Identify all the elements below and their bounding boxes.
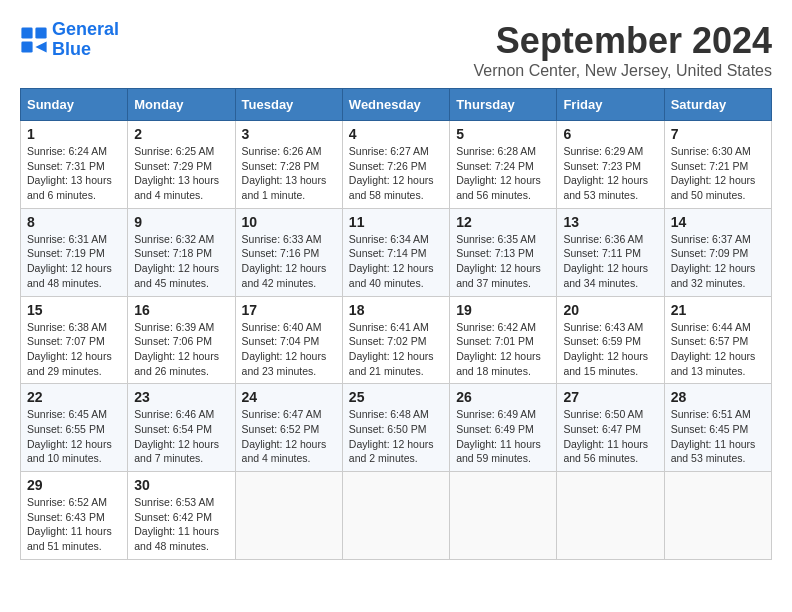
header: General Blue September 2024 Vernon Cente… — [20, 20, 772, 80]
table-row: 19Sunrise: 6:42 AMSunset: 7:01 PMDayligh… — [450, 296, 557, 384]
day-number: 1 — [27, 126, 121, 142]
table-row: 15Sunrise: 6:38 AMSunset: 7:07 PMDayligh… — [21, 296, 128, 384]
day-number: 26 — [456, 389, 550, 405]
table-row: 2Sunrise: 6:25 AMSunset: 7:29 PMDaylight… — [128, 121, 235, 209]
day-number: 4 — [349, 126, 443, 142]
day-number: 30 — [134, 477, 228, 493]
table-row: 21Sunrise: 6:44 AMSunset: 6:57 PMDayligh… — [664, 296, 771, 384]
day-number: 9 — [134, 214, 228, 230]
day-number: 16 — [134, 302, 228, 318]
table-row: 17Sunrise: 6:40 AMSunset: 7:04 PMDayligh… — [235, 296, 342, 384]
table-row: 7Sunrise: 6:30 AMSunset: 7:21 PMDaylight… — [664, 121, 771, 209]
table-row: 16Sunrise: 6:39 AMSunset: 7:06 PMDayligh… — [128, 296, 235, 384]
day-info: Sunrise: 6:45 AMSunset: 6:55 PMDaylight:… — [27, 407, 121, 466]
day-info: Sunrise: 6:50 AMSunset: 6:47 PMDaylight:… — [563, 407, 657, 466]
table-row: 3Sunrise: 6:26 AMSunset: 7:28 PMDaylight… — [235, 121, 342, 209]
col-saturday: Saturday — [664, 89, 771, 121]
svg-rect-1 — [35, 27, 46, 38]
day-info: Sunrise: 6:28 AMSunset: 7:24 PMDaylight:… — [456, 144, 550, 203]
day-number: 21 — [671, 302, 765, 318]
table-row — [235, 472, 342, 560]
day-number: 29 — [27, 477, 121, 493]
day-info: Sunrise: 6:51 AMSunset: 6:45 PMDaylight:… — [671, 407, 765, 466]
day-number: 5 — [456, 126, 550, 142]
calendar-table: Sunday Monday Tuesday Wednesday Thursday… — [20, 88, 772, 560]
calendar-week-row: 22Sunrise: 6:45 AMSunset: 6:55 PMDayligh… — [21, 384, 772, 472]
day-number: 13 — [563, 214, 657, 230]
table-row — [664, 472, 771, 560]
day-number: 10 — [242, 214, 336, 230]
day-number: 18 — [349, 302, 443, 318]
table-row — [342, 472, 449, 560]
day-info: Sunrise: 6:44 AMSunset: 6:57 PMDaylight:… — [671, 320, 765, 379]
table-row — [450, 472, 557, 560]
day-number: 22 — [27, 389, 121, 405]
table-row: 27Sunrise: 6:50 AMSunset: 6:47 PMDayligh… — [557, 384, 664, 472]
col-sunday: Sunday — [21, 89, 128, 121]
day-info: Sunrise: 6:33 AMSunset: 7:16 PMDaylight:… — [242, 232, 336, 291]
logo-icon — [20, 26, 48, 54]
calendar-week-row: 29Sunrise: 6:52 AMSunset: 6:43 PMDayligh… — [21, 472, 772, 560]
logo: General Blue — [20, 20, 119, 60]
col-thursday: Thursday — [450, 89, 557, 121]
day-number: 14 — [671, 214, 765, 230]
table-row: 9Sunrise: 6:32 AMSunset: 7:18 PMDaylight… — [128, 208, 235, 296]
table-row: 22Sunrise: 6:45 AMSunset: 6:55 PMDayligh… — [21, 384, 128, 472]
table-row: 30Sunrise: 6:53 AMSunset: 6:42 PMDayligh… — [128, 472, 235, 560]
day-info: Sunrise: 6:32 AMSunset: 7:18 PMDaylight:… — [134, 232, 228, 291]
day-info: Sunrise: 6:49 AMSunset: 6:49 PMDaylight:… — [456, 407, 550, 466]
svg-rect-0 — [21, 27, 32, 38]
table-row: 4Sunrise: 6:27 AMSunset: 7:26 PMDaylight… — [342, 121, 449, 209]
table-row: 10Sunrise: 6:33 AMSunset: 7:16 PMDayligh… — [235, 208, 342, 296]
table-row — [557, 472, 664, 560]
calendar-header-row: Sunday Monday Tuesday Wednesday Thursday… — [21, 89, 772, 121]
day-number: 8 — [27, 214, 121, 230]
day-number: 27 — [563, 389, 657, 405]
day-info: Sunrise: 6:25 AMSunset: 7:29 PMDaylight:… — [134, 144, 228, 203]
table-row: 6Sunrise: 6:29 AMSunset: 7:23 PMDaylight… — [557, 121, 664, 209]
day-info: Sunrise: 6:52 AMSunset: 6:43 PMDaylight:… — [27, 495, 121, 554]
day-info: Sunrise: 6:30 AMSunset: 7:21 PMDaylight:… — [671, 144, 765, 203]
logo-text: General Blue — [52, 20, 119, 60]
day-info: Sunrise: 6:53 AMSunset: 6:42 PMDaylight:… — [134, 495, 228, 554]
day-info: Sunrise: 6:40 AMSunset: 7:04 PMDaylight:… — [242, 320, 336, 379]
col-friday: Friday — [557, 89, 664, 121]
day-info: Sunrise: 6:27 AMSunset: 7:26 PMDaylight:… — [349, 144, 443, 203]
day-number: 20 — [563, 302, 657, 318]
col-monday: Monday — [128, 89, 235, 121]
table-row: 25Sunrise: 6:48 AMSunset: 6:50 PMDayligh… — [342, 384, 449, 472]
location-title: Vernon Center, New Jersey, United States — [473, 62, 772, 80]
day-info: Sunrise: 6:38 AMSunset: 7:07 PMDaylight:… — [27, 320, 121, 379]
title-area: September 2024 Vernon Center, New Jersey… — [473, 20, 772, 80]
svg-rect-2 — [21, 41, 32, 52]
table-row: 8Sunrise: 6:31 AMSunset: 7:19 PMDaylight… — [21, 208, 128, 296]
day-number: 17 — [242, 302, 336, 318]
day-number: 3 — [242, 126, 336, 142]
day-info: Sunrise: 6:35 AMSunset: 7:13 PMDaylight:… — [456, 232, 550, 291]
day-number: 19 — [456, 302, 550, 318]
table-row: 26Sunrise: 6:49 AMSunset: 6:49 PMDayligh… — [450, 384, 557, 472]
day-info: Sunrise: 6:43 AMSunset: 6:59 PMDaylight:… — [563, 320, 657, 379]
day-info: Sunrise: 6:24 AMSunset: 7:31 PMDaylight:… — [27, 144, 121, 203]
table-row: 20Sunrise: 6:43 AMSunset: 6:59 PMDayligh… — [557, 296, 664, 384]
svg-marker-3 — [35, 41, 46, 52]
table-row: 12Sunrise: 6:35 AMSunset: 7:13 PMDayligh… — [450, 208, 557, 296]
table-row: 5Sunrise: 6:28 AMSunset: 7:24 PMDaylight… — [450, 121, 557, 209]
table-row: 28Sunrise: 6:51 AMSunset: 6:45 PMDayligh… — [664, 384, 771, 472]
day-number: 12 — [456, 214, 550, 230]
calendar-week-row: 8Sunrise: 6:31 AMSunset: 7:19 PMDaylight… — [21, 208, 772, 296]
table-row: 29Sunrise: 6:52 AMSunset: 6:43 PMDayligh… — [21, 472, 128, 560]
month-title: September 2024 — [473, 20, 772, 62]
day-number: 23 — [134, 389, 228, 405]
table-row: 24Sunrise: 6:47 AMSunset: 6:52 PMDayligh… — [235, 384, 342, 472]
day-info: Sunrise: 6:37 AMSunset: 7:09 PMDaylight:… — [671, 232, 765, 291]
col-tuesday: Tuesday — [235, 89, 342, 121]
day-number: 24 — [242, 389, 336, 405]
table-row: 14Sunrise: 6:37 AMSunset: 7:09 PMDayligh… — [664, 208, 771, 296]
day-number: 11 — [349, 214, 443, 230]
table-row: 13Sunrise: 6:36 AMSunset: 7:11 PMDayligh… — [557, 208, 664, 296]
table-row: 23Sunrise: 6:46 AMSunset: 6:54 PMDayligh… — [128, 384, 235, 472]
day-info: Sunrise: 6:29 AMSunset: 7:23 PMDaylight:… — [563, 144, 657, 203]
day-number: 25 — [349, 389, 443, 405]
day-info: Sunrise: 6:46 AMSunset: 6:54 PMDaylight:… — [134, 407, 228, 466]
